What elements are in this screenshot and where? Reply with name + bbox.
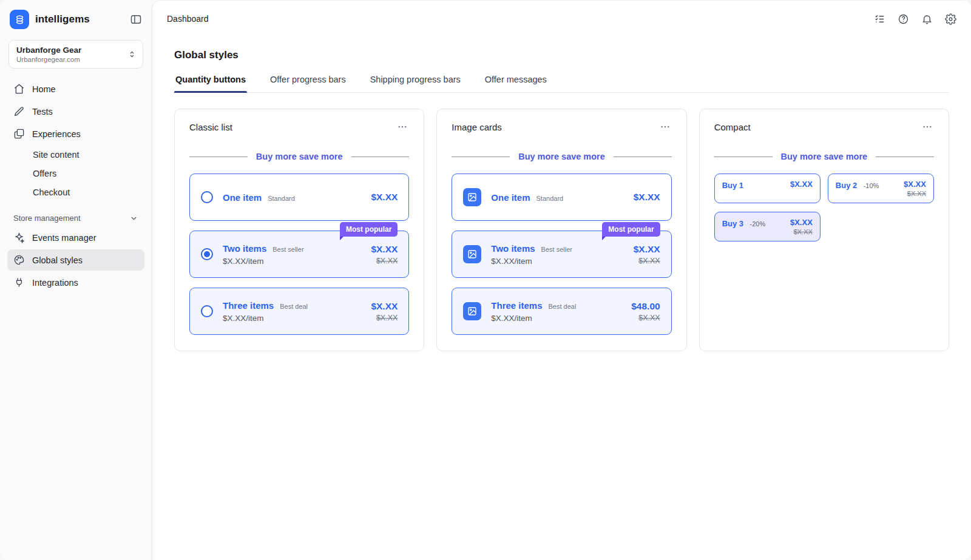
- sidebar-item-label: Checkout: [33, 187, 70, 197]
- option-per-item-price: $X.XX/item: [223, 314, 308, 323]
- card-image-cards: Image cards Buy more save more: [436, 109, 686, 351]
- tab-quantity-buttons[interactable]: Quantity buttons: [174, 75, 247, 92]
- radio-unchecked-icon[interactable]: [201, 305, 213, 317]
- card-menu-icon[interactable]: [658, 120, 672, 133]
- store-domain: Urbanforgegear.com: [16, 56, 81, 63]
- savings-header: Buy more save more: [189, 152, 409, 161]
- quantity-option-three-items[interactable]: Three items Best deal $X.XX/item $48.00 …: [452, 288, 671, 335]
- quantity-option-three-items[interactable]: Three items Best deal $X.XX/item $X.XX $…: [189, 288, 409, 335]
- topbar: Dashboard: [152, 1, 971, 37]
- option-price: $48.00: [631, 301, 660, 312]
- style-cards: Classic list Buy more save more: [174, 109, 949, 351]
- savings-header-text: Buy more save more: [781, 152, 868, 161]
- quantity-option-two-items[interactable]: Most popular Two items Best seller $X.XX…: [189, 231, 409, 278]
- product-image-icon: [463, 188, 481, 206]
- card-title: Compact: [714, 122, 751, 132]
- compact-option-buy-3[interactable]: Buy 3 -20% $X.XX $X.XX: [714, 212, 820, 241]
- quantity-option-one-item[interactable]: One item Standard $X.XX: [189, 174, 409, 221]
- checklist-icon[interactable]: [874, 13, 885, 25]
- section-label: Store management: [13, 214, 81, 223]
- card-menu-icon[interactable]: [396, 120, 409, 133]
- breadcrumb: Dashboard: [167, 14, 209, 24]
- card-menu-icon[interactable]: [921, 120, 934, 133]
- intelligems-logo-icon: [10, 10, 29, 29]
- card-classic-list: Classic list Buy more save more: [174, 109, 424, 351]
- app-window: intelligems Urbanforge Gear Urbanforgege…: [0, 0, 971, 560]
- notifications-bell-icon[interactable]: [921, 13, 933, 25]
- compact-option-label: Buy 2: [836, 181, 857, 190]
- option-title: Two items: [491, 243, 535, 254]
- help-icon[interactable]: [898, 13, 909, 25]
- product-image-icon: [463, 245, 481, 263]
- option-price: $X.XX: [371, 301, 398, 312]
- sidebar-section-store-management[interactable]: Store management: [7, 208, 144, 227]
- sidebar-item-home[interactable]: Home: [7, 78, 144, 100]
- most-popular-badge: Most popular: [602, 222, 660, 237]
- card-compact: Compact Buy more save more Buy 1: [699, 109, 949, 351]
- option-tag: Standard: [268, 195, 295, 202]
- option-title: Three items: [223, 300, 274, 311]
- radio-checked-icon[interactable]: [201, 248, 213, 260]
- compact-option-discount: -20%: [750, 220, 766, 228]
- tab-shipping-progress-bars[interactable]: Shipping progress bars: [369, 75, 462, 92]
- option-per-item-price: $X.XX/item: [491, 257, 572, 266]
- tab-offer-messages[interactable]: Offer messages: [484, 75, 548, 92]
- sidebar-item-label: Integrations: [32, 278, 78, 288]
- quantity-option-one-item[interactable]: One item Standard $X.XX: [452, 174, 671, 221]
- compact-option-buy-1[interactable]: Buy 1 $X.XX: [714, 174, 820, 203]
- compact-option-discount: -10%: [864, 182, 879, 189]
- sidebar-item-checkout[interactable]: Checkout: [7, 183, 144, 201]
- option-tag: Best seller: [272, 246, 303, 253]
- main-panel: Dashboard Global styles Quantity butt: [152, 0, 971, 560]
- sidebar-item-tests[interactable]: Tests: [7, 101, 144, 122]
- radio-unchecked-icon[interactable]: [201, 191, 213, 203]
- chevron-down-icon: [129, 214, 138, 223]
- brand-name: intelligems: [35, 13, 90, 25]
- compact-option-buy-2[interactable]: Buy 2 -10% $X.XX $X.XX: [828, 174, 934, 203]
- option-title: Three items: [491, 300, 542, 311]
- sidebar-item-label: Offers: [33, 169, 56, 178]
- savings-header-text: Buy more save more: [256, 152, 343, 161]
- sidebar-nav: Home Tests Experiences Site content Offe…: [0, 78, 152, 294]
- sidebar-item-label: Tests: [32, 107, 53, 116]
- sidebar-item-label: Home: [32, 84, 56, 94]
- sidebar-item-label: Events manager: [32, 233, 96, 243]
- settings-gear-icon[interactable]: [945, 13, 956, 25]
- option-title: Two items: [223, 243, 266, 254]
- option-per-item-price: $X.XX/item: [223, 257, 304, 266]
- brand-row: intelligems: [0, 0, 152, 36]
- card-title: Image cards: [452, 122, 502, 132]
- option-compare-price: $X.XX: [634, 257, 660, 265]
- sidebar-item-global-styles[interactable]: Global styles: [7, 249, 144, 271]
- compact-option-compare-price: $X.XX: [790, 228, 813, 235]
- quantity-option-two-items[interactable]: Most popular Two items Best seller $X.XX…: [452, 231, 671, 278]
- sidebar-item-offers[interactable]: Offers: [7, 164, 144, 182]
- compact-option-label: Buy 1: [722, 181, 743, 190]
- sidebar-item-site-content[interactable]: Site content: [7, 146, 144, 163]
- most-popular-badge: Most popular: [340, 222, 398, 237]
- sidebar-item-integrations[interactable]: Integrations: [7, 272, 144, 293]
- compact-option-price: $X.XX: [790, 180, 813, 189]
- compact-option-label: Buy 3: [722, 219, 743, 228]
- sidebar-collapse-icon[interactable]: [130, 13, 142, 25]
- savings-header: Buy more save more: [714, 152, 934, 161]
- option-tag: Best deal: [280, 303, 308, 310]
- option-price: $X.XX: [371, 192, 398, 203]
- page-title: Global styles: [174, 49, 949, 61]
- store-selector[interactable]: Urbanforge Gear Urbanforgegear.com: [8, 40, 143, 69]
- compact-option-compare-price: $X.XX: [904, 190, 926, 197]
- option-price: $X.XX: [634, 192, 660, 203]
- chevron-up-down-icon: [127, 50, 137, 59]
- sidebar-item-label: Experiences: [32, 129, 81, 139]
- compact-option-price: $X.XX: [790, 218, 813, 227]
- sidebar-item-experiences[interactable]: Experiences: [7, 123, 144, 144]
- store-name: Urbanforge Gear: [16, 46, 81, 55]
- product-image-icon: [463, 302, 481, 320]
- tab-offer-progress-bars[interactable]: Offer progress bars: [269, 75, 347, 92]
- option-price: $X.XX: [634, 244, 660, 255]
- sidebar: intelligems Urbanforge Gear Urbanforgege…: [0, 0, 152, 560]
- option-price: $X.XX: [371, 244, 398, 255]
- option-per-item-price: $X.XX/item: [491, 314, 576, 323]
- savings-header-text: Buy more save more: [518, 152, 605, 161]
- sidebar-item-events-manager[interactable]: Events manager: [7, 227, 144, 248]
